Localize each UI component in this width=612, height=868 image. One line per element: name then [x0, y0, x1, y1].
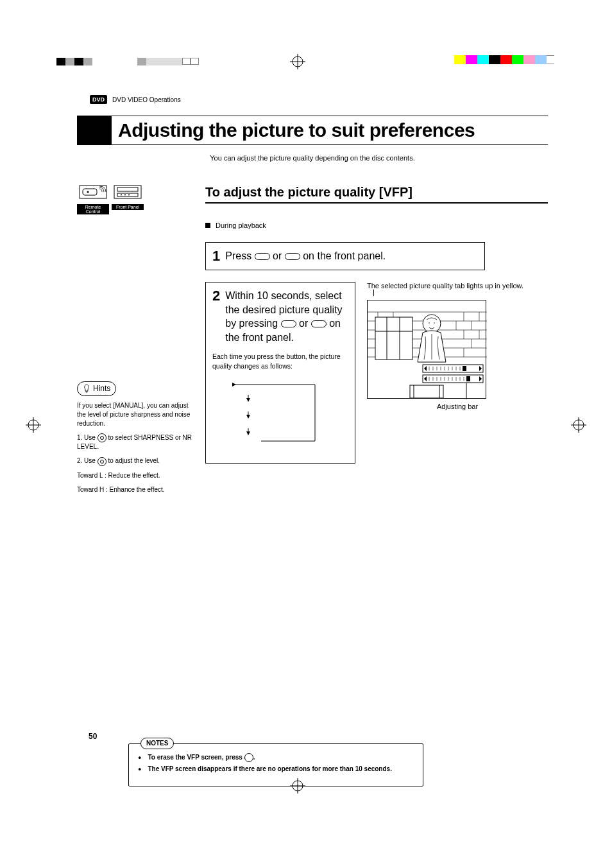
lightbulb-icon [83, 384, 90, 393]
page-number: 50 [89, 732, 97, 741]
svg-rect-67 [466, 376, 470, 381]
round-button-icon [244, 753, 253, 762]
step-2-right: The selected picture quality tab lights … [367, 282, 548, 464]
svg-rect-12 [80, 186, 106, 198]
intro-text: You can adjust the picture quality depen… [77, 154, 548, 162]
svg-rect-55 [463, 366, 466, 371]
front-panel-icon: Front Panel [112, 185, 144, 214]
step-2: 2 Within 10 seconds, select the desired … [205, 282, 355, 464]
minus-button-icon [281, 320, 296, 327]
section-header: DVD DVD VIDEO Operations [90, 95, 181, 104]
adjusting-bar-label: Adjusting bar [367, 403, 548, 410]
svg-rect-56 [423, 375, 483, 383]
hints-box: Hints If you select [MANUAL], you can ad… [77, 381, 199, 494]
svg-rect-17 [117, 193, 138, 196]
note-1: To erase the VFP screen, press . [138, 753, 414, 763]
step-2-number: 2 [212, 289, 220, 344]
svg-rect-45 [423, 365, 483, 372]
during-playback-row: During playback [205, 221, 548, 229]
selected-tab-note: The selected picture quality tab lights … [367, 282, 548, 290]
notes-label: NOTES [140, 738, 174, 750]
plus-button-icon [285, 253, 300, 260]
section-subtitle: To adjust the picture quality [VFP] [205, 185, 548, 204]
svg-point-18 [121, 195, 122, 196]
svg-rect-16 [117, 187, 138, 191]
page-title: Adjusting the picture to suit preference… [118, 119, 475, 141]
control-location-icons: Remote Control Front Panel [77, 185, 205, 214]
svg-rect-40 [375, 317, 412, 360]
vfp-cycle-diagram [212, 379, 348, 456]
step-1-text: Press or on the front panel. [225, 249, 478, 263]
plus-button-icon [311, 320, 327, 327]
svg-rect-68 [410, 385, 443, 398]
svg-point-19 [124, 195, 126, 196]
joystick-updown-icon [98, 433, 106, 442]
tv-screen-illustration [367, 300, 486, 399]
joystick-leftright-icon [98, 457, 106, 466]
step-1: 1 Press or on the front panel. [205, 242, 485, 270]
svg-point-14 [87, 191, 89, 193]
svg-point-20 [128, 195, 130, 196]
hints-label: Hints [77, 381, 116, 396]
square-bullet-icon [205, 223, 210, 228]
svg-point-44 [423, 315, 441, 333]
dvd-badge: DVD [90, 95, 107, 104]
step-2-desc: Each time you press the button, the pict… [212, 352, 348, 370]
minus-button-icon [255, 253, 270, 260]
title-black-block [77, 116, 112, 144]
svg-rect-13 [83, 189, 97, 195]
note-2: The VFP screen disappears if there are n… [138, 765, 414, 774]
remote-control-icon: Remote Control [77, 185, 109, 214]
section-name: DVD VIDEO Operations [112, 96, 181, 103]
page-title-block: Adjusting the picture to suit preference… [77, 116, 548, 145]
step-1-number: 1 [212, 249, 220, 263]
step-2-text: Within 10 seconds, select the desired pi… [225, 289, 348, 344]
notes-box: NOTES To erase the VFP screen, press . T… [128, 743, 423, 786]
